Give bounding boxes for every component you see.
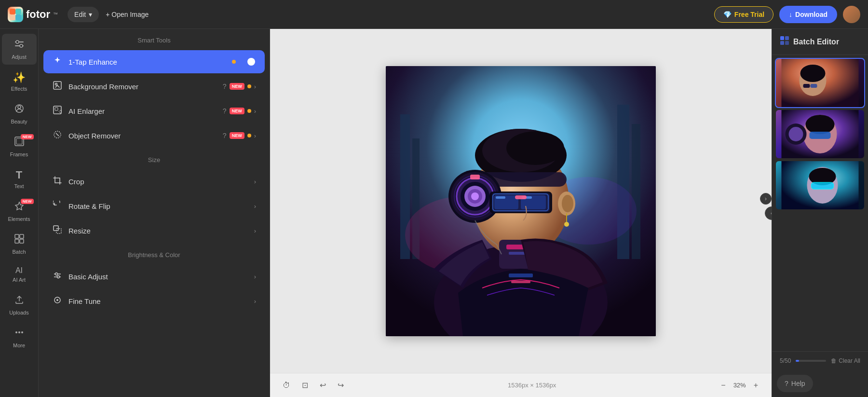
tool-fine-tune[interactable]: Fine Tune ›	[43, 289, 265, 313]
ai-art-icon: AI	[15, 266, 23, 275]
resize-chevron-icon: ›	[254, 227, 256, 234]
tool-ai-enlarger[interactable]: AI Enlarger ? NEW ›	[43, 99, 265, 123]
svg-rect-26	[56, 229, 61, 233]
sidebar-item-label-elements: Elements	[8, 216, 30, 222]
free-trial-button[interactable]: 💎 Free Trial	[714, 6, 773, 23]
svg-point-20	[55, 83, 57, 85]
rotate-flip-icon	[52, 201, 63, 211]
canvas-bottom-bar: ⏱ ⊡ ↩ ↪ 1536px × 1536px − 32% +	[270, 373, 772, 397]
batch-panel-title: Batch Editor	[793, 38, 839, 46]
main-image	[386, 66, 656, 336]
sidebar-item-adjust[interactable]: Adjust	[2, 34, 37, 65]
object-remover-icon	[52, 130, 63, 141]
sidebar-item-frames[interactable]: NEW Frames	[2, 131, 37, 162]
batch-expand-arrow[interactable]: ›	[760, 193, 772, 205]
object-remover-help-icon[interactable]: ?	[223, 132, 227, 139]
tool-rotate-flip[interactable]: Rotate & Flip ›	[43, 194, 265, 218]
sidebar-item-effects[interactable]: ✨ Effects	[2, 67, 37, 96]
svg-rect-82	[811, 84, 817, 88]
tool-label-background-remover: Background Remover	[68, 82, 217, 91]
tool-label-resize: Resize	[68, 227, 248, 235]
trash-icon: 🗑	[831, 357, 837, 364]
tool-basic-adjust[interactable]: Basic Adjust ›	[43, 265, 265, 288]
canvas-compare-button[interactable]: ⊡	[299, 378, 311, 393]
batch-image-item-2[interactable]	[776, 110, 864, 158]
svg-rect-11	[16, 138, 22, 144]
svg-rect-72	[509, 274, 533, 277]
sidebar-item-ai-art[interactable]: AI AI Art	[2, 261, 37, 287]
tool-badges-ai-enlarger: ? NEW ›	[223, 107, 256, 115]
svg-rect-14	[15, 239, 19, 243]
batch-progress-fill	[796, 360, 799, 362]
batch-panel: Batch Editor	[772, 29, 868, 397]
tool-label-rotate-flip: Rotate & Flip	[68, 202, 248, 210]
svg-point-17	[18, 331, 20, 333]
sidebar-item-label-uploads: Uploads	[9, 310, 28, 315]
main-image-inner	[386, 66, 656, 336]
avatar[interactable]	[843, 6, 860, 23]
enhance-toggle[interactable]	[239, 57, 256, 67]
sidebar-item-beauty[interactable]: Beauty	[2, 98, 37, 129]
sidebar-item-uploads[interactable]: Uploads	[2, 289, 37, 320]
canvas-undo-timer-button[interactable]: ⏱	[280, 378, 293, 393]
fine-tune-chevron-icon: ›	[254, 298, 256, 305]
sidebar-item-text[interactable]: T Text	[2, 164, 37, 194]
svg-rect-76	[780, 41, 784, 45]
ai-enlarger-dot	[247, 109, 251, 113]
svg-point-7	[20, 44, 23, 47]
svg-rect-81	[803, 84, 810, 88]
batch-image-item-3[interactable]	[776, 161, 864, 209]
resize-icon	[52, 225, 63, 236]
help-circle-icon: ?	[785, 380, 788, 387]
open-image-button[interactable]: + Open Image	[99, 7, 155, 22]
effects-icon: ✨	[13, 71, 26, 84]
background-remover-icon	[52, 81, 63, 92]
batch-image-item-1[interactable]	[776, 59, 864, 107]
bgremover-help-icon[interactable]: ?	[223, 82, 227, 90]
sidebar-item-batch[interactable]: Batch	[2, 229, 37, 260]
tool-resize[interactable]: Resize ›	[43, 219, 265, 242]
canvas-undo-button[interactable]: ↩	[317, 378, 329, 393]
svg-rect-0	[10, 9, 15, 14]
zoom-in-button[interactable]: +	[750, 379, 762, 392]
clear-all-button[interactable]: 🗑 Clear All	[831, 357, 860, 364]
sidebar-item-more[interactable]: More	[2, 322, 37, 353]
canvas-redo-button[interactable]: ↪	[335, 378, 347, 393]
svg-point-80	[800, 65, 826, 82]
tool-crop[interactable]: Crop ›	[43, 170, 265, 193]
tool-label-ai-enlarger: AI Enlarger	[68, 107, 217, 115]
tool-badges-enhance	[232, 57, 256, 67]
uploads-icon	[14, 294, 25, 308]
tool-label-1-tap-enhance: 1-Tap Enhance	[68, 58, 226, 66]
zoom-out-button[interactable]: −	[717, 379, 729, 392]
help-button[interactable]: ? Help	[777, 375, 813, 392]
zoom-level: 32%	[733, 382, 746, 389]
svg-rect-15	[20, 239, 24, 243]
svg-point-66	[562, 195, 573, 212]
sidebar-item-label-batch: Batch	[12, 249, 26, 255]
frames-new-badge: NEW	[21, 134, 34, 139]
download-button[interactable]: ↓ Download	[779, 6, 837, 23]
svg-rect-77	[785, 41, 789, 45]
tool-badges-bgremover: ? NEW ›	[223, 82, 256, 90]
basic-adjust-icon	[52, 271, 63, 282]
svg-point-5	[16, 41, 19, 43]
svg-rect-13	[20, 234, 24, 238]
logo-icon	[8, 7, 23, 22]
sidebar-item-elements[interactable]: NEW Elements	[2, 196, 37, 227]
tool-label-object-remover: Object Remover	[68, 132, 217, 140]
svg-rect-37	[632, 124, 640, 259]
svg-point-9	[18, 106, 21, 109]
tool-background-remover[interactable]: Background Remover ? NEW ›	[43, 75, 265, 98]
svg-rect-12	[15, 234, 19, 238]
canvas-actions: ⏱ ⊡ ↩ ↪	[280, 378, 347, 393]
svg-rect-3	[15, 14, 21, 20]
tool-label-basic-adjust: Basic Adjust	[68, 273, 248, 281]
topbar-right: 💎 Free Trial ↓ Download	[714, 6, 860, 23]
object-remover-dot	[247, 134, 251, 137]
tool-object-remover[interactable]: Object Remover ? NEW ›	[43, 124, 265, 147]
tool-1-tap-enhance[interactable]: 1-Tap Enhance	[43, 50, 265, 73]
zoom-controls: − 32% +	[717, 379, 762, 392]
ai-enlarger-help-icon[interactable]: ?	[223, 107, 227, 115]
edit-button[interactable]: Edit ▾	[68, 7, 99, 22]
